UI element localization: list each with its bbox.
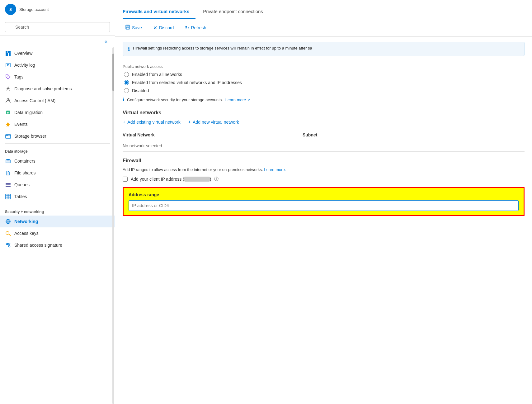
radio-option-disabled[interactable]: Disabled ▷: [124, 88, 525, 93]
sidebar-item-activity-log[interactable]: Activity log: [0, 59, 115, 71]
radio-label-selected-networks: Enabled from selected virtual networks a…: [132, 80, 242, 85]
add-new-plus-icon: +: [188, 119, 191, 125]
sidebar-item-sas[interactable]: Shared access signature: [0, 239, 115, 251]
sidebar-scroll-area: Overview Activity log Tags Diagnose and …: [0, 47, 115, 404]
svg-rect-41: [126, 25, 129, 26]
sidebar-item-tags[interactable]: Tags: [0, 71, 115, 83]
sidebar-item-diagnose[interactable]: Diagnose and solve problems: [0, 83, 115, 95]
svg-point-9: [7, 76, 8, 77]
virtual-networks-section: Virtual networks + Add existing virtual …: [123, 110, 525, 152]
sas-icon: [5, 242, 11, 248]
storage-account-icon: S: [5, 4, 16, 15]
add-new-vnet-button[interactable]: + Add new virtual network: [188, 119, 239, 125]
virtual-networks-table: Virtual Network Subnet No network select…: [123, 130, 525, 152]
sidebar-item-label-data-migration: Data migration: [14, 110, 43, 115]
address-range-highlighted: Address range: [123, 187, 525, 216]
radio-disabled[interactable]: [124, 88, 129, 93]
sidebar-item-access-control[interactable]: Access Control (IAM): [0, 95, 115, 107]
ip-address-input[interactable]: [129, 200, 519, 211]
firewall-title: Firewall: [123, 158, 525, 164]
section-divider-data: [5, 143, 110, 144]
sidebar-item-storage-browser[interactable]: Storage browser: [0, 130, 115, 142]
overview-icon: [5, 50, 11, 56]
svg-rect-21: [6, 184, 11, 185]
radio-option-selected-networks[interactable]: Enabled from selected virtual networks a…: [124, 80, 525, 85]
save-button[interactable]: Save: [123, 23, 144, 32]
tags-icon: [5, 74, 11, 80]
svg-rect-22: [6, 186, 11, 187]
firewall-section: Firewall Add IP ranges to allow access f…: [123, 158, 525, 216]
discard-icon: ✕: [153, 25, 157, 31]
learn-more-link-network[interactable]: Learn more ↗: [225, 97, 250, 102]
sidebar-item-label-sas: Shared access signature: [14, 243, 62, 248]
sidebar-item-label-networking: Networking: [14, 219, 38, 224]
sidebar-item-containers[interactable]: Containers: [0, 155, 115, 167]
svg-rect-6: [6, 63, 10, 67]
sidebar-item-access-keys[interactable]: Access keys: [0, 227, 115, 239]
address-range-label: Address range: [129, 192, 519, 197]
network-access-radio-group: Enabled from all networks Enabled from s…: [124, 72, 525, 93]
firewall-learn-more-text: Learn more.: [264, 167, 286, 172]
virtual-networks-title: Virtual networks: [123, 110, 525, 116]
sidebar-item-overview[interactable]: Overview: [0, 47, 115, 59]
client-ip-label: Add your client IP address ( ): [131, 177, 211, 182]
sidebar-header: S Storage account: [0, 0, 115, 19]
diagnose-icon: [5, 86, 11, 92]
sidebar-item-data-migration[interactable]: M Data migration: [0, 107, 115, 118]
configure-note-text: Configure network security for your stor…: [127, 97, 223, 102]
svg-point-19: [6, 159, 10, 160]
collapse-button[interactable]: «: [100, 37, 112, 46]
refresh-button[interactable]: ↻ Refresh: [182, 24, 209, 32]
page-header: Firewalls and virtual networks Private e…: [115, 0, 532, 19]
section-divider-security: [5, 204, 110, 204]
search-input[interactable]: [5, 22, 110, 32]
info-banner-icon: ℹ: [128, 46, 130, 52]
tab-bar: Firewalls and virtual networks Private e…: [123, 5, 525, 19]
events-icon: [5, 121, 11, 127]
sidebar-item-label-containers: Containers: [14, 159, 35, 164]
sidebar-item-label-storage-browser: Storage browser: [14, 134, 46, 139]
sidebar-header-info: Storage account: [19, 7, 49, 12]
client-ip-suffix: ): [210, 177, 211, 182]
svg-rect-5: [9, 53, 11, 56]
sidebar-item-queues[interactable]: Queues: [0, 179, 115, 191]
svg-line-34: [9, 234, 11, 236]
scrollbar-thumb[interactable]: [112, 54, 114, 91]
tab-private-endpoint[interactable]: Private endpoint connections: [203, 5, 269, 19]
radio-all-networks[interactable]: [124, 72, 129, 77]
public-network-access-label: Public network access: [123, 64, 525, 69]
svg-point-36: [9, 246, 10, 247]
firewall-learn-more-link[interactable]: Learn more.: [264, 167, 286, 172]
scrollbar-track: [112, 47, 114, 404]
client-ip-value: [184, 177, 210, 182]
main-content: Firewalls and virtual networks Private e…: [115, 0, 532, 404]
client-ip-checkbox[interactable]: [123, 177, 128, 182]
sidebar-nav: Overview Activity log Tags Diagnose and …: [0, 47, 115, 251]
svg-text:M: M: [7, 111, 9, 114]
sidebar-item-tables[interactable]: Tables: [0, 191, 115, 202]
storage-browser-icon: [5, 133, 11, 139]
sidebar-item-networking[interactable]: Networking: [0, 216, 115, 227]
tab-firewalls[interactable]: Firewalls and virtual networks: [123, 5, 195, 19]
sidebar-item-label-tables: Tables: [14, 194, 27, 199]
vnet-col-header-network: Virtual Network: [123, 130, 240, 140]
radio-selected-networks[interactable]: [124, 80, 129, 85]
add-existing-vnet-label: Add existing virtual network: [127, 120, 180, 125]
search-wrapper: 🔍: [5, 22, 110, 32]
info-banner-text: Firewall settings restricting access to …: [133, 46, 312, 50]
svg-rect-23: [6, 194, 11, 199]
svg-rect-2: [6, 51, 7, 53]
search-container: 🔍: [0, 19, 115, 36]
sidebar-item-file-shares[interactable]: File shares: [0, 167, 115, 179]
sidebar-item-label-access-control: Access Control (IAM): [14, 98, 55, 103]
client-ip-prefix: Add your client IP address (: [131, 177, 184, 182]
networking-icon: [5, 218, 11, 225]
vnet-empty-row: No network selected.: [123, 140, 525, 152]
add-existing-vnet-button[interactable]: + Add existing virtual network: [123, 119, 181, 125]
discard-button[interactable]: ✕ Discard: [151, 24, 176, 32]
sidebar-item-events[interactable]: Events: [0, 118, 115, 130]
svg-point-37: [9, 243, 10, 245]
queues-icon: [5, 182, 11, 188]
section-label-data-storage: Data storage: [0, 145, 115, 155]
radio-option-all-networks[interactable]: Enabled from all networks: [124, 72, 525, 77]
